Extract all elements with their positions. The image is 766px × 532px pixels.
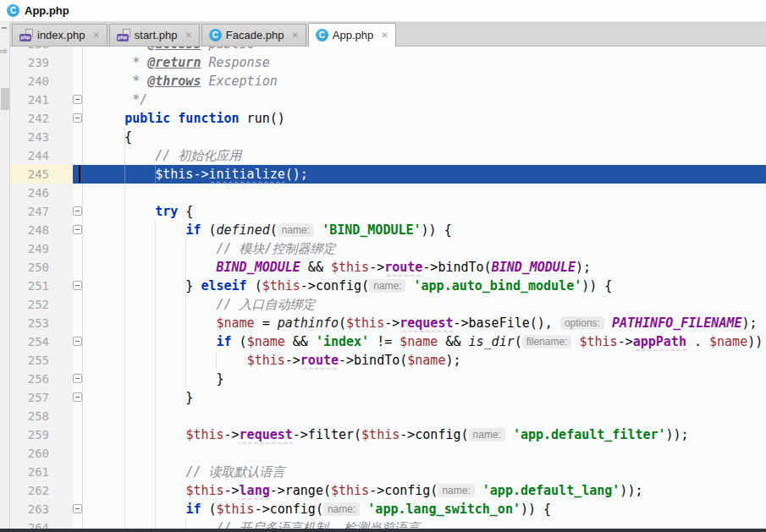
code-text[interactable]: if ($name && 'index' != $name && is_dir(… (82, 332, 766, 351)
code-line[interactable]: 251 } elseif ($this->config(name: 'app.a… (10, 277, 766, 295)
fold-toggle-icon[interactable] (73, 504, 82, 513)
gutter-line-number[interactable]: 249 (10, 239, 73, 258)
code-text[interactable] (82, 184, 766, 202)
tab-index.php[interactable]: phpindex.php✕ (12, 24, 107, 46)
code-text[interactable]: // 模块/控制器绑定 (82, 239, 766, 258)
tab-App.php[interactable]: CApp.php✕ (308, 23, 396, 47)
code-text[interactable]: * @return Response (82, 53, 766, 72)
code-line[interactable]: 252 // 入口自动绑定 (10, 295, 766, 314)
code-line[interactable]: 240 * @throws Exception (10, 72, 766, 90)
tool-stripe-handle[interactable] (1, 88, 9, 110)
code-text[interactable] (82, 407, 766, 425)
code-line[interactable]: 259 $this->request->filter($this->config… (10, 425, 766, 444)
code-text[interactable]: BIND_MODULE && $this->route->bindTo(BIND… (82, 258, 766, 277)
tab-label: Facade.php (226, 29, 284, 41)
code-text[interactable]: $name = pathinfo($this->request->baseFil… (82, 314, 766, 332)
code-line[interactable]: 245 $this->initialize(); (10, 165, 766, 184)
code-text[interactable]: try { (82, 202, 766, 221)
gutter-line-number[interactable]: 238 (10, 47, 73, 53)
code-line[interactable]: 256 } (10, 370, 766, 388)
gutter-line-number[interactable]: 261 (10, 463, 73, 481)
code-text[interactable]: if (defined(name: 'BIND_MODULE')) { (82, 221, 766, 239)
close-icon[interactable]: ✕ (381, 31, 388, 40)
code-line[interactable]: 257 } (10, 388, 766, 407)
gutter-line-number[interactable]: 251 (10, 277, 73, 295)
gutter-line-number[interactable]: 256 (10, 370, 73, 388)
code-line[interactable]: 260 (10, 444, 766, 463)
code-line[interactable]: 243 { (10, 128, 766, 146)
gutter-line-number[interactable]: 259 (10, 425, 73, 444)
gutter-line-number[interactable]: 263 (10, 500, 73, 518)
tab-scroll-dash-icon[interactable] (2, 27, 7, 29)
fold-toggle-icon[interactable] (73, 374, 82, 383)
fold-toggle-icon[interactable] (73, 95, 82, 104)
code-line[interactable]: 244 // 初始化应用 (10, 146, 766, 165)
code-text[interactable]: // 初始化应用 (82, 146, 766, 165)
code-text[interactable]: $this->initialize(); (82, 165, 766, 184)
code-line[interactable]: 263 if ($this->config(name: 'app.lang_sw… (10, 500, 766, 518)
gutter-line-number[interactable]: 240 (10, 72, 73, 90)
code-line[interactable]: 254 if ($name && 'index' != $name && is_… (10, 332, 766, 351)
fold-toggle-icon[interactable] (73, 392, 82, 402)
code-text[interactable]: * @access public (82, 47, 766, 53)
gutter-line-number[interactable]: 260 (10, 444, 73, 463)
fold-toggle-icon[interactable] (73, 225, 82, 234)
code-line[interactable]: 248 if (defined(name: 'BIND_MODULE')) { (10, 221, 766, 239)
code-line[interactable]: 249 // 模块/控制器绑定 (10, 239, 766, 258)
gutter-line-number[interactable]: 244 (10, 146, 73, 165)
gutter-line-number[interactable]: 255 (10, 351, 73, 370)
code-text[interactable] (82, 444, 766, 463)
tab-Facade.php[interactable]: CFacade.php✕ (201, 24, 306, 46)
code-text[interactable]: // 入口自动绑定 (82, 295, 766, 314)
code-line[interactable]: 238 * @access public (10, 47, 766, 53)
code-line[interactable]: 262 $this->lang->range($this->config(nam… (10, 481, 766, 500)
fold-toggle-icon[interactable] (73, 113, 82, 123)
code-text[interactable]: $this->request->filter($this->config(nam… (82, 425, 766, 444)
code-line[interactable]: 253 $name = pathinfo($this->request->bas… (10, 314, 766, 332)
tab-start.php[interactable]: phpstart.php✕ (109, 24, 200, 46)
gutter-line-number[interactable]: 243 (10, 128, 73, 146)
fold-toggle-icon[interactable] (73, 281, 82, 290)
gutter-line-number[interactable]: 246 (10, 184, 73, 202)
code-text[interactable]: if ($this->config(name: 'app.lang_switch… (82, 500, 766, 518)
code-line[interactable]: 255 $this->route->bindTo($name); (10, 351, 766, 370)
code-editor[interactable]: 238 * @access public239 * @return Respon… (10, 47, 766, 532)
code-line[interactable]: 261 // 读取默认语言 (10, 463, 766, 481)
code-text[interactable]: } (82, 370, 766, 388)
code-line[interactable]: 250 BIND_MODULE && $this->route->bindTo(… (10, 258, 766, 277)
close-icon[interactable]: ✕ (92, 31, 99, 40)
gutter-line-number[interactable]: 252 (10, 295, 73, 314)
gutter-line-number[interactable]: 257 (10, 388, 73, 407)
gutter-line-number[interactable]: 253 (10, 314, 73, 332)
gutter-line-number[interactable]: 242 (10, 109, 73, 128)
gutter-line-number[interactable]: 248 (10, 221, 73, 239)
fold-column (73, 332, 82, 351)
code-line[interactable]: 241 */ (10, 90, 766, 109)
close-icon[interactable]: ✕ (185, 31, 191, 40)
gutter-line-number[interactable]: 239 (10, 53, 73, 72)
close-icon[interactable]: ✕ (291, 31, 298, 40)
gutter-line-number[interactable]: 254 (10, 332, 73, 351)
code-text[interactable]: // 读取默认语言 (82, 463, 766, 481)
code-line[interactable]: 239 * @return Response (10, 53, 766, 72)
fold-toggle-icon[interactable] (73, 337, 82, 346)
code-text[interactable]: $this->lang->range($this->config(name: '… (82, 481, 766, 500)
gutter-line-number[interactable]: 241 (10, 90, 73, 109)
code-line[interactable]: 242 public function run() (10, 109, 766, 128)
gutter-line-number[interactable]: 258 (10, 407, 73, 425)
code-text[interactable]: */ (82, 90, 766, 109)
gutter-line-number[interactable]: 247 (10, 202, 73, 221)
gutter-line-number[interactable]: 250 (10, 258, 73, 277)
code-line[interactable]: 246 (10, 184, 766, 202)
code-text[interactable]: } elseif ($this->config(name: 'app.auto_… (82, 277, 766, 295)
gutter-line-number[interactable]: 245 (10, 165, 73, 184)
code-text[interactable]: public function run() (82, 109, 766, 128)
code-text[interactable]: * @throws Exception (82, 72, 766, 90)
code-line[interactable]: 247 try { (10, 202, 766, 221)
code-text[interactable]: { (82, 128, 766, 146)
code-line[interactable]: 258 (10, 407, 766, 425)
code-text[interactable]: } (82, 388, 766, 407)
fold-toggle-icon[interactable] (73, 206, 82, 216)
code-text[interactable]: $this->route->bindTo($name); (82, 351, 766, 370)
gutter-line-number[interactable]: 262 (10, 481, 73, 500)
